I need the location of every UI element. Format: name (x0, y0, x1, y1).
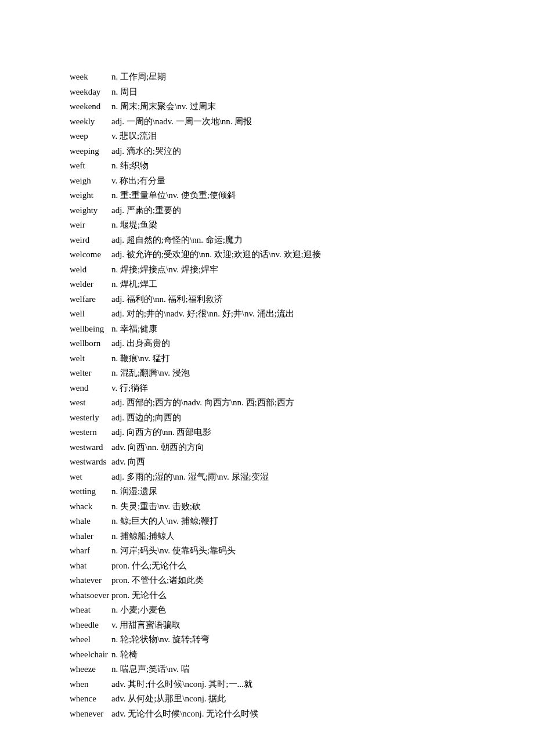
entry-word: wetting (70, 484, 111, 499)
entry-word: westward (70, 440, 111, 455)
dictionary-entry: wheatn. 小麦;小麦色 (70, 603, 464, 618)
dictionary-entry: wheezen. 喘息声;笑话\nv. 喘 (70, 662, 464, 677)
entry-definition: adj. 一周的\nadv. 一周一次地\nn. 周报 (111, 117, 252, 126)
entry-word: western (70, 425, 111, 440)
entry-word: weighty (70, 203, 111, 218)
entry-definition: adj. 向西方的\nn. 西部电影 (111, 427, 212, 437)
entry-definition: n. 混乱;翻腾\nv. 浸泡 (111, 368, 190, 377)
entry-word: welcome (70, 247, 111, 262)
entry-definition: n. 焊机;焊工 (111, 279, 157, 289)
entry-word: wellbeing (70, 322, 111, 337)
dictionary-entry: weltern. 混乱;翻腾\nv. 浸泡 (70, 366, 464, 381)
entry-word: weeping (70, 144, 111, 159)
entry-definition: n. 润湿;遗尿 (111, 487, 157, 496)
dictionary-entry: westadj. 西部的;西方的\nadv. 向西方\nn. 西;西部;西方 (70, 395, 464, 411)
dictionary-entry: weekendn. 周末;周末聚会\nv. 过周末 (70, 99, 464, 114)
entry-word: whatsoever (70, 588, 111, 603)
entry-word: westerly (70, 411, 111, 426)
dictionary-entry: whenadv. 其时;什么时候\nconj. 其时;一...就 (70, 677, 464, 692)
entry-definition: v. 用甜言蜜语骗取 (111, 620, 181, 629)
entry-word: weekday (70, 85, 111, 100)
entry-definition: adj. 出身高贵的 (111, 339, 170, 348)
entry-definition: adv. 无论什么时候\nconj. 无论什么时候 (111, 709, 258, 718)
dictionary-entry: wettingn. 润湿;遗尿 (70, 484, 464, 499)
dictionary-entry: wheneveradv. 无论什么时候\nconj. 无论什么时候 (70, 707, 464, 722)
entry-list: weekn. 工作周;星期weekdayn. 周日weekendn. 周末;周末… (70, 70, 464, 721)
entry-definition: n. 鞭痕\nv. 猛打 (111, 354, 170, 363)
entry-definition: adv. 向西\nn. 朝西的方向 (111, 442, 204, 452)
dictionary-entry: wheelchairn. 轮椅 (70, 647, 464, 663)
dictionary-entry: weepingadj. 滴水的;哭泣的 (70, 144, 464, 159)
dictionary-entry: wellbeingn. 幸福;健康 (70, 322, 464, 337)
entry-word: whenever (70, 707, 111, 722)
entry-word: west (70, 395, 111, 411)
entry-word: wheeze (70, 662, 111, 677)
dictionary-page: weekn. 工作周;星期weekdayn. 周日weekendn. 周末;周末… (0, 0, 534, 721)
entry-definition: pron. 无论什么 (111, 591, 167, 600)
dictionary-entry: weirn. 堰堤;鱼梁 (70, 218, 464, 233)
dictionary-entry: weftn. 纬;织物 (70, 159, 464, 174)
dictionary-entry: weeklyadj. 一周的\nadv. 一周一次地\nn. 周报 (70, 114, 464, 129)
entry-word: weft (70, 159, 111, 174)
entry-word: whence (70, 692, 111, 707)
entry-word: welt (70, 351, 111, 366)
dictionary-entry: wetadj. 多雨的;湿的\nn. 湿气;雨\nv. 尿湿;变湿 (70, 470, 464, 485)
entry-definition: n. 小麦;小麦色 (111, 605, 166, 614)
entry-word: weld (70, 262, 111, 278)
entry-definition: adj. 多雨的;湿的\nn. 湿气;雨\nv. 尿湿;变湿 (111, 472, 269, 481)
entry-word: well (70, 307, 111, 322)
entry-definition: v. 悲叹;流泪 (111, 131, 157, 141)
entry-word: wheedle (70, 618, 111, 633)
dictionary-entry: whatsoeverpron. 无论什么 (70, 588, 464, 603)
dictionary-entry: weekdayn. 周日 (70, 85, 464, 100)
entry-definition: n. 轮;轮状物\nv. 旋转;转弯 (111, 635, 210, 644)
entry-definition: v. 称出;有分量 (111, 176, 165, 185)
entry-word: welter (70, 366, 111, 381)
entry-definition: adj. 西边的;向西的 (111, 413, 181, 422)
entry-definition: adj. 被允许的;受欢迎的\nn. 欢迎;欢迎的话\nv. 欢迎;迎接 (111, 250, 321, 259)
entry-definition: adj. 滴水的;哭泣的 (111, 146, 181, 156)
entry-definition: adj. 超自然的;奇怪的\nn. 命运;魔力 (111, 235, 243, 244)
dictionary-entry: weekn. 工作周;星期 (70, 70, 464, 85)
entry-definition: n. 失灵;重击\nv. 击败;砍 (111, 502, 201, 511)
entry-word: wharf (70, 543, 111, 559)
entry-word: weep (70, 129, 111, 144)
entry-definition: adv. 从何处;从那里\nconj. 据此 (111, 694, 226, 703)
dictionary-entry: westerlyadj. 西边的;向西的 (70, 411, 464, 426)
dictionary-entry: whatpron. 什么;无论什么 (70, 559, 464, 574)
dictionary-entry: wheeln. 轮;轮状物\nv. 旋转;转弯 (70, 632, 464, 647)
entry-definition: n. 幸福;健康 (111, 324, 157, 333)
entry-definition: n. 纬;织物 (111, 161, 149, 170)
dictionary-entry: weldern. 焊机;焊工 (70, 277, 464, 292)
entry-word: wheat (70, 603, 111, 618)
entry-definition: pron. 不管什么;诸如此类 (111, 575, 204, 585)
entry-word: weight (70, 188, 111, 203)
entry-word: weekend (70, 99, 111, 114)
entry-definition: adv. 向西 (111, 457, 145, 466)
dictionary-entry: whenceadv. 从何处;从那里\nconj. 据此 (70, 692, 464, 707)
dictionary-entry: weighv. 称出;有分量 (70, 174, 464, 189)
entry-definition: n. 捕鲸船;捕鲸人 (111, 531, 175, 541)
entry-definition: adv. 其时;什么时候\nconj. 其时;一...就 (111, 679, 252, 689)
entry-word: wellborn (70, 336, 111, 351)
dictionary-entry: weightyadj. 严肃的;重要的 (70, 203, 464, 218)
entry-word: weir (70, 218, 111, 233)
entry-definition: n. 河岸;码头\nv. 使靠码头;靠码头 (111, 546, 236, 555)
dictionary-entry: westwardsadv. 向西 (70, 455, 464, 470)
entry-word: welder (70, 277, 111, 292)
entry-word: weigh (70, 174, 111, 189)
dictionary-entry: weldn. 焊接;焊接点\nv. 焊接;焊牢 (70, 262, 464, 278)
entry-word: whale (70, 514, 111, 529)
entry-definition: n. 周日 (111, 87, 138, 96)
dictionary-entry: wharfn. 河岸;码头\nv. 使靠码头;靠码头 (70, 543, 464, 559)
entry-word: wheelchair (70, 647, 111, 663)
entry-word: weekly (70, 114, 111, 129)
entry-definition: n. 工作周;星期 (111, 72, 166, 81)
entry-definition: v. 行;徜徉 (111, 383, 148, 393)
entry-word: welfare (70, 292, 111, 307)
dictionary-entry: whateverpron. 不管什么;诸如此类 (70, 573, 464, 588)
entry-word: weird (70, 233, 111, 248)
entry-word: westwards (70, 455, 111, 470)
dictionary-entry: weirdadj. 超自然的;奇怪的\nn. 命运;魔力 (70, 233, 464, 248)
entry-definition: pron. 什么;无论什么 (111, 561, 186, 570)
